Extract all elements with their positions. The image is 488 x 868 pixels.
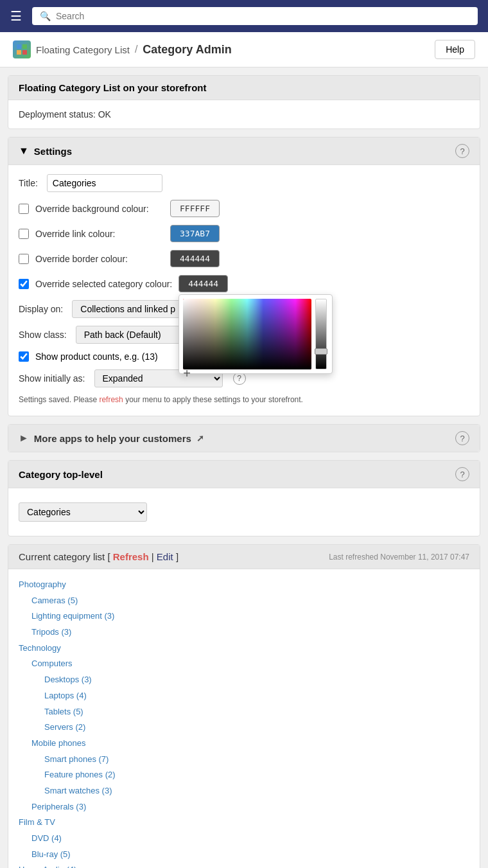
svg-rect-3 bbox=[22, 50, 27, 55]
list-item[interactable]: Photography bbox=[19, 577, 469, 593]
svg-rect-1 bbox=[22, 44, 27, 49]
external-link-icon: ➚ bbox=[196, 433, 204, 443]
search-bar: 🔍 bbox=[32, 7, 478, 25]
search-input[interactable] bbox=[56, 11, 470, 21]
category-top-level-help-icon[interactable]: ? bbox=[455, 467, 469, 481]
override-link-color-btn[interactable]: 337AB7 bbox=[170, 225, 220, 242]
last-refreshed: Last refreshed November 11, 2017 07:47 bbox=[329, 553, 469, 562]
list-item[interactable]: Film & TV bbox=[19, 815, 469, 831]
slider-thumb bbox=[315, 348, 327, 355]
list-item[interactable]: Home Audio (4) bbox=[19, 862, 469, 868]
breadcrumb-bar: Floating Category List / Category Admin … bbox=[0, 32, 488, 67]
breadcrumb-current: Category Admin bbox=[143, 43, 231, 57]
more-apps-header[interactable]: ► More apps to help your customers ➚ ? bbox=[8, 425, 480, 452]
list-item[interactable]: Computers bbox=[19, 656, 469, 672]
category-list-title: Current category list [ Refresh | Edit ] bbox=[19, 551, 179, 562]
override-link-checkbox[interactable] bbox=[19, 229, 29, 239]
override-selected-row: Override selected category colour: 44444… bbox=[19, 271, 469, 296]
title-row: Title: bbox=[19, 170, 469, 196]
more-apps-card: ► More apps to help your customers ➚ ? bbox=[8, 424, 480, 452]
category-tree: PhotographyCameras (5)Lighting equipment… bbox=[8, 569, 480, 868]
search-icon: 🔍 bbox=[40, 11, 51, 21]
override-link-label: Override link colour: bbox=[35, 229, 164, 239]
category-top-level-select[interactable]: Categories bbox=[19, 502, 147, 522]
override-bg-checkbox[interactable] bbox=[19, 204, 29, 214]
more-apps-title: More apps to help your customers bbox=[34, 433, 191, 444]
more-apps-help-icon[interactable]: ? bbox=[455, 431, 469, 445]
show-class-select[interactable]: Path back (Default) bbox=[76, 326, 191, 344]
settings-body: Title: Override background colour: FFFFF… bbox=[8, 165, 480, 416]
settings-saved-message: Settings saved. Please refresh your menu… bbox=[19, 391, 469, 405]
override-bg-label: Override background colour: bbox=[35, 204, 164, 214]
override-border-label: Override border colour: bbox=[35, 254, 164, 264]
storefront-card: Floating Category List on your storefron… bbox=[8, 75, 480, 129]
list-item[interactable]: Cameras (5) bbox=[19, 593, 469, 609]
list-item[interactable]: Tablets (5) bbox=[19, 704, 469, 720]
list-item[interactable]: Tripods (3) bbox=[19, 624, 469, 641]
list-item[interactable]: Technology bbox=[19, 641, 469, 657]
show-initially-label: Show initially as: bbox=[19, 373, 85, 384]
override-border-row: Override border colour: 444444 bbox=[19, 246, 469, 271]
show-initially-help-icon[interactable]: ? bbox=[233, 372, 246, 385]
deployment-status: Deployment status: OK bbox=[8, 100, 480, 128]
settings-title: Settings bbox=[34, 146, 72, 157]
show-product-counts-label: Show product counts, e.g. (13) bbox=[35, 351, 158, 362]
override-selected-label: Override selected category colour: bbox=[35, 279, 172, 289]
override-link-row: Override link colour: 337AB7 bbox=[19, 221, 469, 246]
category-top-level-card: Category top-level ? Categories bbox=[8, 460, 480, 536]
settings-card: ▼ Settings ? Title: Override background … bbox=[8, 137, 480, 416]
list-item[interactable]: Laptops (4) bbox=[19, 688, 469, 704]
list-item[interactable]: Blu-ray (5) bbox=[19, 847, 469, 863]
category-top-level-header: Category top-level ? bbox=[8, 461, 480, 488]
override-border-color-btn[interactable]: 444444 bbox=[170, 250, 220, 267]
settings-card-header: ▼ Settings ? bbox=[8, 137, 480, 165]
title-input[interactable] bbox=[47, 174, 162, 192]
chevron-right-icon: ► bbox=[19, 432, 29, 444]
app-icon bbox=[13, 40, 31, 58]
help-button[interactable]: Help bbox=[435, 40, 475, 59]
color-picker-popup: 444444 bbox=[179, 275, 228, 292]
override-bg-color-btn[interactable]: FFFFFF bbox=[170, 200, 220, 217]
settings-header-left: ▼ Settings bbox=[19, 145, 72, 157]
storefront-card-title: Floating Category List on your storefron… bbox=[19, 82, 207, 93]
hamburger-icon[interactable]: ☰ bbox=[10, 8, 22, 24]
category-top-level-body: Categories bbox=[8, 488, 480, 536]
svg-rect-0 bbox=[17, 44, 21, 49]
override-border-checkbox[interactable] bbox=[19, 254, 29, 264]
plus-icon[interactable]: + bbox=[183, 366, 191, 381]
svg-rect-2 bbox=[17, 50, 21, 55]
category-list-header: Current category list [ Refresh | Edit ]… bbox=[8, 545, 480, 569]
list-item[interactable]: Feature phones (2) bbox=[19, 767, 469, 783]
list-item[interactable]: DVD (4) bbox=[19, 831, 469, 847]
title-label: Title: bbox=[19, 178, 38, 188]
list-item[interactable]: Mobile phones bbox=[19, 736, 469, 752]
chevron-down-icon[interactable]: ▼ bbox=[19, 145, 29, 157]
color-gradient-area[interactable] bbox=[183, 299, 311, 369]
storefront-card-header: Floating Category List on your storefron… bbox=[8, 76, 480, 100]
list-item[interactable]: Lighting equipment (3) bbox=[19, 608, 469, 624]
color-picker-box: + bbox=[179, 294, 333, 374]
override-selected-color-btn[interactable]: 444444 bbox=[179, 275, 228, 292]
list-item[interactable]: Smart watches (3) bbox=[19, 783, 469, 799]
category-list-refresh-link[interactable]: Refresh bbox=[113, 551, 149, 562]
top-navigation: ☰ 🔍 bbox=[0, 0, 488, 32]
override-bg-row: Override background colour: FFFFFF bbox=[19, 196, 469, 221]
settings-help-icon[interactable]: ? bbox=[455, 144, 469, 158]
main-content: Floating Category List on your storefron… bbox=[0, 67, 488, 868]
category-list-edit-link[interactable]: Edit bbox=[157, 551, 173, 562]
show-product-counts-checkbox[interactable] bbox=[19, 351, 29, 362]
override-selected-checkbox[interactable] bbox=[19, 279, 29, 289]
more-apps-left: ► More apps to help your customers ➚ bbox=[19, 432, 204, 444]
category-top-level-title: Category top-level bbox=[19, 469, 103, 480]
display-on-select[interactable]: Collections and linked p bbox=[72, 300, 194, 318]
refresh-link[interactable]: refresh bbox=[99, 395, 123, 404]
breadcrumb-parent[interactable]: Floating Category List bbox=[36, 44, 130, 55]
brightness-slider[interactable] bbox=[315, 299, 327, 369]
display-on-label: Display on: bbox=[19, 304, 63, 314]
breadcrumb-separator: / bbox=[135, 44, 137, 55]
list-item[interactable]: Servers (2) bbox=[19, 720, 469, 736]
list-item[interactable]: Desktops (3) bbox=[19, 672, 469, 688]
list-item[interactable]: Peripherals (3) bbox=[19, 799, 469, 815]
list-item[interactable]: Smart phones (7) bbox=[19, 752, 469, 768]
color-picker-inner: + bbox=[183, 299, 328, 369]
